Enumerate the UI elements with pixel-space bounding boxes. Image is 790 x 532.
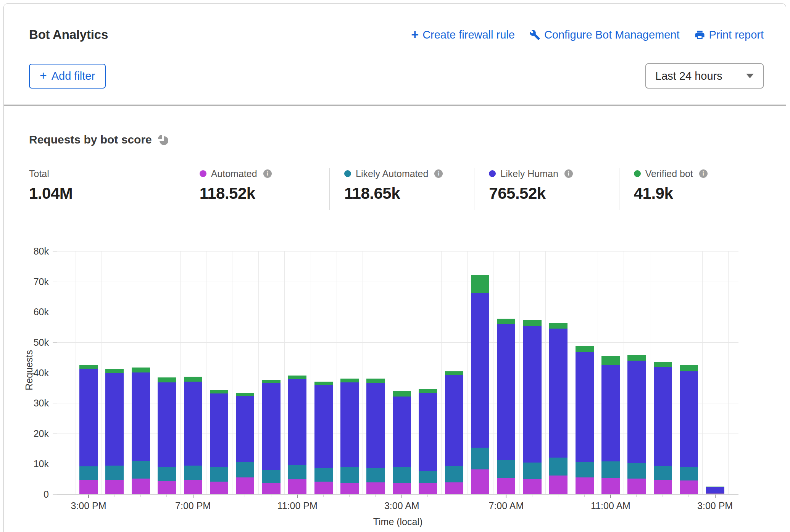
bar-segment-automated[interactable] (601, 478, 620, 494)
bar-segment-likely-human[interactable] (654, 367, 672, 466)
bar-segment-likely-human[interactable] (288, 379, 306, 465)
bar-segment-likely-automated[interactable] (706, 493, 724, 493)
bar-segment-automated[interactable] (393, 483, 411, 494)
bar-segment-automated[interactable] (419, 483, 437, 494)
bar-segment-likely-human[interactable] (314, 385, 333, 468)
bar-segment-likely-human[interactable] (158, 382, 176, 467)
bar-segment-likely-human[interactable] (601, 365, 620, 461)
bar-segment-likely-automated[interactable] (445, 466, 463, 482)
bar-segment-automated[interactable] (706, 493, 724, 494)
bar-segment-automated[interactable] (497, 478, 515, 494)
bar-segment-verified-bot[interactable] (497, 319, 515, 324)
bar-segment-likely-human[interactable] (471, 293, 489, 448)
bar-segment-automated[interactable] (158, 481, 176, 494)
bar-segment-likely-automated[interactable] (393, 467, 411, 483)
bar-segment-likely-automated[interactable] (601, 461, 620, 478)
bar-segment-likely-human[interactable] (340, 382, 359, 467)
bar-segment-likely-automated[interactable] (627, 463, 646, 479)
bar-segment-automated[interactable] (105, 480, 124, 494)
bar-segment-verified-bot[interactable] (601, 356, 620, 365)
bar-segment-likely-human[interactable] (105, 373, 124, 466)
bar-segment-verified-bot[interactable] (184, 377, 202, 382)
bar-segment-likely-automated[interactable] (79, 466, 98, 480)
create-firewall-rule-link[interactable]: Create firewall rule (411, 29, 515, 41)
bar-segment-likely-automated[interactable] (288, 465, 306, 479)
bar-segment-likely-automated[interactable] (549, 458, 568, 475)
bar-segment-likely-human[interactable] (184, 382, 202, 466)
bar-segment-verified-bot[interactable] (105, 369, 124, 373)
bar-segment-likely-automated[interactable] (340, 467, 359, 483)
bar-segment-likely-automated[interactable] (158, 467, 176, 481)
bar-segment-automated[interactable] (445, 482, 463, 494)
bar-segment-verified-bot[interactable] (236, 393, 254, 396)
bar-segment-likely-human[interactable] (366, 383, 385, 469)
bar-segment-likely-automated[interactable] (419, 471, 437, 484)
bar-segment-likely-automated[interactable] (314, 468, 333, 482)
bar-segment-likely-human[interactable] (210, 393, 228, 466)
bar-segment-verified-bot[interactable] (340, 379, 359, 382)
bar-segment-likely-human[interactable] (262, 383, 281, 470)
bar-segment-verified-bot[interactable] (680, 365, 698, 371)
bar-segment-automated[interactable] (210, 482, 228, 494)
info-icon[interactable] (263, 169, 272, 178)
bar-segment-verified-bot[interactable] (158, 377, 176, 382)
bar-segment-verified-bot[interactable] (445, 371, 463, 375)
bar-segment-automated[interactable] (471, 469, 489, 494)
bar-segment-verified-bot[interactable] (262, 380, 281, 384)
bar-segment-likely-human[interactable] (79, 369, 98, 466)
bar-segment-likely-automated[interactable] (105, 466, 124, 480)
bar-segment-verified-bot[interactable] (210, 390, 228, 394)
bar-segment-likely-human[interactable] (445, 375, 463, 466)
bar-segment-likely-automated[interactable] (680, 467, 698, 480)
bar-segment-likely-automated[interactable] (132, 461, 150, 479)
bar-segment-verified-bot[interactable] (393, 391, 411, 397)
bar-segment-verified-bot[interactable] (523, 320, 542, 326)
bar-segment-automated[interactable] (184, 480, 202, 494)
bar-segment-verified-bot[interactable] (706, 487, 724, 487)
bar-segment-likely-human[interactable] (393, 397, 411, 467)
bar-segment-verified-bot[interactable] (654, 362, 672, 367)
add-filter-button[interactable]: Add filter (29, 64, 106, 89)
bar-segment-automated[interactable] (340, 483, 359, 494)
bar-segment-automated[interactable] (79, 480, 98, 494)
info-icon[interactable] (434, 169, 443, 178)
bar-segment-likely-human[interactable] (549, 329, 568, 458)
bar-segment-automated[interactable] (523, 479, 542, 494)
bar-segment-verified-bot[interactable] (627, 355, 646, 361)
bar-segment-likely-human[interactable] (627, 361, 646, 463)
bar-segment-verified-bot[interactable] (419, 389, 437, 393)
bar-segment-automated[interactable] (262, 483, 281, 494)
bar-segment-automated[interactable] (549, 476, 568, 494)
bar-segment-automated[interactable] (680, 480, 698, 494)
bar-segment-verified-bot[interactable] (366, 379, 385, 383)
print-report-link[interactable]: Print report (694, 29, 764, 41)
bar-segment-automated[interactable] (654, 480, 672, 494)
bar-segment-likely-automated[interactable] (576, 462, 594, 477)
bar-segment-verified-bot[interactable] (471, 275, 489, 293)
configure-bot-management-link[interactable]: Configure Bot Management (529, 29, 680, 41)
bar-segment-automated[interactable] (314, 482, 333, 494)
bar-segment-likely-automated[interactable] (497, 460, 515, 478)
bar-segment-likely-human[interactable] (706, 487, 724, 493)
bar-segment-verified-bot[interactable] (549, 323, 568, 329)
bar-segment-automated[interactable] (236, 477, 254, 494)
bar-segment-automated[interactable] (288, 479, 306, 494)
bar-segment-likely-automated[interactable] (184, 466, 202, 480)
bar-segment-likely-automated[interactable] (654, 466, 672, 480)
bar-segment-automated[interactable] (576, 477, 594, 494)
bar-segment-automated[interactable] (366, 482, 385, 494)
bar-segment-verified-bot[interactable] (79, 365, 98, 369)
bar-segment-likely-human[interactable] (497, 324, 515, 460)
time-range-select[interactable]: Last 24 hours (645, 63, 764, 89)
bar-segment-verified-bot[interactable] (314, 382, 333, 385)
bar-segment-likely-human[interactable] (576, 352, 594, 462)
info-icon[interactable] (564, 169, 573, 178)
bar-segment-verified-bot[interactable] (576, 346, 594, 351)
bar-segment-automated[interactable] (132, 479, 150, 494)
bar-segment-likely-automated[interactable] (236, 462, 254, 477)
info-icon[interactable] (699, 169, 708, 178)
bar-segment-likely-human[interactable] (419, 393, 437, 471)
bar-segment-likely-human[interactable] (132, 372, 150, 461)
bar-segment-likely-automated[interactable] (471, 448, 489, 469)
bar-segment-likely-human[interactable] (236, 396, 254, 463)
